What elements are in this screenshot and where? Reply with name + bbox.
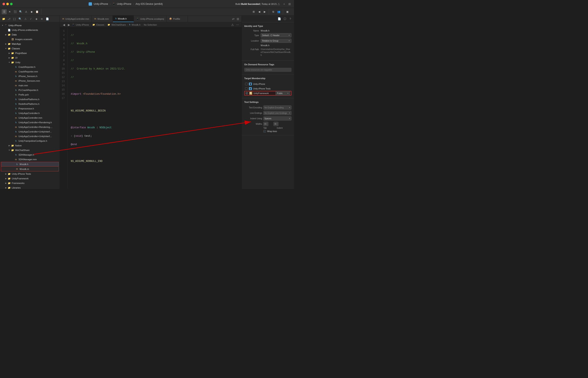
back-btn[interactable]: ◀ xyxy=(257,9,262,14)
nav-files-icon[interactable]: 📁 xyxy=(1,17,6,21)
tree-item-trampolineconfigure[interactable]: h UnityTrampolineConfigure.h xyxy=(0,139,60,143)
tree-item-uac-unityinterf-h[interactable]: h UnityAppController+UnityInterf... xyxy=(0,129,60,134)
on-demand-input[interactable] xyxy=(244,68,292,72)
tab-width-stepper[interactable]: ▲▼ xyxy=(266,123,267,125)
tree-item-mainapp[interactable]: ▶ 📁 MainApp xyxy=(0,41,60,46)
nav-symbol-icon[interactable]: { } xyxy=(12,17,17,21)
tree-item-iphone-sensors-mm[interactable]: m iPhone_Sensors.mm xyxy=(0,79,60,83)
wrap-lines-checkbox[interactable]: ✓ xyxy=(263,130,266,133)
tree-item-prefix-pch[interactable]: h Prefix.pch xyxy=(0,92,60,97)
tree-item-libraries[interactable]: ▶ 📁 Libraries xyxy=(0,185,60,189)
breadcrumb-more-icon[interactable]: ⋯ xyxy=(236,23,240,27)
tree-item-wechatshare[interactable]: ▼ 📁 WeChatShare xyxy=(0,148,60,152)
tree-item-unityframework[interactable]: ▶ 📁 UnityFramework xyxy=(0,176,60,181)
nav-search-icon[interactable]: 🔍 xyxy=(18,17,22,21)
unity-framework-checkbox[interactable]: ✓ xyxy=(245,92,248,94)
fullscreen-button[interactable] xyxy=(10,3,13,5)
tree-item-pluginbase[interactable]: ▶ 📁 PluginBase xyxy=(0,51,60,55)
tree-item-uac-rendering-mm[interactable]: m UnityAppController+Rendering.... xyxy=(0,125,60,129)
project-toggle[interactable]: ⬛ xyxy=(13,9,18,14)
tab-xcodeproj[interactable]: 📱 Unity-iPhone.xcodeproj xyxy=(134,15,167,22)
tree-item-sdkmanager-h[interactable]: h SDKManager.h xyxy=(0,152,60,157)
unity-iphone-tests-checkbox[interactable] xyxy=(245,87,248,90)
window-controls[interactable] xyxy=(2,3,13,5)
tab-podfile[interactable]: 📦 Podfile xyxy=(167,15,188,22)
tab-unityappcontroller-mm[interactable]: m UnityAppController.mm xyxy=(60,15,92,22)
tree-item-native[interactable]: ▶ 📁 Native xyxy=(0,143,60,148)
tab-switch-icon[interactable]: ⇄ xyxy=(231,17,235,21)
tree-item-plcrashreporter-h[interactable]: h PLCrashReporter.h xyxy=(0,88,60,92)
tree-item-unityiphonetest[interactable]: ▶ 📁 Unity-iPhone Tests xyxy=(0,172,60,176)
navigator-toggle[interactable]: ☰ xyxy=(2,9,7,14)
target-access-select[interactable]: Public ▼ xyxy=(276,91,290,95)
target-unity-iphone[interactable]: 📱 Unity-iPhone xyxy=(244,82,292,86)
report-btn[interactable]: 📋 xyxy=(34,9,40,14)
inspector-info-icon[interactable]: ⓘ xyxy=(283,17,287,21)
assistant-editor[interactable]: 👥 xyxy=(276,9,281,14)
nav-debug-icon[interactable]: ◆ xyxy=(34,17,39,21)
code-editor[interactable]: 1 2 3 4 5 6 7 8 9 10 11 12 13 14 15 16 1 xyxy=(60,27,241,189)
tree-item-unity-folder[interactable]: ▼ 📁 Unity xyxy=(0,60,60,65)
code-content[interactable]: // // Wxsdk.h // Unity-iPhone // // Crea… xyxy=(67,27,241,189)
nav-report-icon[interactable]: 📄 xyxy=(45,17,50,21)
text-encoding-select[interactable]: No Explicit Encoding ▼ xyxy=(263,105,292,110)
breadcrumb-selection: No Selection xyxy=(144,24,157,26)
tree-item-redefine[interactable]: h RedefinePlatforms.h xyxy=(0,102,60,106)
alert-icon[interactable]: ⚠ xyxy=(277,2,281,6)
tree-item-crashreporter-mm[interactable]: m CrashReporter.mm xyxy=(0,69,60,74)
tree-item-sdkmanager-mm[interactable]: m SDKManager.mm xyxy=(0,157,60,162)
tree-item-unity-iphone-project[interactable]: ▼ 📱 Unity-iPhone xyxy=(0,23,60,28)
breadcrumb-left-icon[interactable]: ◀ xyxy=(62,23,66,27)
indent-width-stepper[interactable]: ▲▼ xyxy=(276,123,277,125)
location-select[interactable]: Relative to Group ▼ xyxy=(261,39,292,43)
split-editor[interactable]: ⧉ xyxy=(271,9,276,14)
inspector-file-icon[interactable]: 📄 xyxy=(277,17,281,21)
tree-item-entitlements[interactable]: 📄 Unity-iPhone.entitlements xyxy=(0,28,60,32)
tree-item-unityappcontroller-h[interactable]: h UnityAppController.h xyxy=(0,111,60,116)
hide-navigator[interactable]: ✕ xyxy=(7,9,12,14)
tree-item-unityappcontroller-mm[interactable]: m UnityAppController.mm xyxy=(0,116,60,120)
tree-item-iphone-sensors-h[interactable]: h iPhone_Sensors.h xyxy=(0,74,60,79)
nav-breakpoint-icon[interactable]: ⊕ xyxy=(40,17,44,21)
tree-item-wxsdk-h[interactable]: h Wxsdk.h xyxy=(1,162,59,166)
warning-btn[interactable]: ⚠ xyxy=(24,9,28,14)
layout-icon[interactable]: ⊞ xyxy=(288,2,292,6)
close-button[interactable] xyxy=(2,3,5,5)
tree-item-preprocessor[interactable]: h Preprocessor.h xyxy=(0,106,60,111)
show-inspectors[interactable]: ▣ xyxy=(285,9,290,14)
target-unity-iphone-tests[interactable]: 📱 Unity-iPhone Tests xyxy=(244,86,292,91)
grid-view[interactable]: ⊞ xyxy=(251,9,256,14)
search-btn[interactable]: 🔍 xyxy=(18,9,23,14)
nav-warning-icon[interactable]: ⚠ xyxy=(23,17,28,21)
nav-source-ctrl-icon[interactable]: ⎇ xyxy=(7,17,11,21)
tree-item-uac-rendering-h[interactable]: h UnityAppController+Rendering.h xyxy=(0,120,60,125)
line-endings-select[interactable]: No Explicit Line Endings ▼ xyxy=(263,111,292,115)
tree-item-undefine[interactable]: h UndefinePlatforms.h xyxy=(0,97,60,102)
unity-iphone-checkbox[interactable] xyxy=(245,83,248,85)
tree-item-main-mm[interactable]: m main.mm xyxy=(0,83,60,88)
tree-item-crashreporter-h[interactable]: h CrashReporter.h xyxy=(0,65,60,69)
forward-btn[interactable]: ▶ xyxy=(262,9,267,14)
tab-layout-icon[interactable]: ⊞ xyxy=(236,17,240,21)
tree-item-data[interactable]: ▶ 📁 Data xyxy=(0,32,60,37)
breadcrumb-right-icon[interactable]: ▶ xyxy=(67,23,71,27)
tree-item-images[interactable]: 🖼 Images.xcassets xyxy=(0,37,60,41)
tree-item-uac-unityinterf-mm[interactable]: m UnityAppController+UnityInterf... xyxy=(0,134,60,139)
nav-test-icon[interactable]: ✓ xyxy=(28,17,33,21)
breakpoint-btn[interactable]: ◆ xyxy=(29,9,34,14)
add-tab-icon[interactable]: + xyxy=(282,2,286,6)
tree-item-frameworks[interactable]: ▶ 📁 Frameworks xyxy=(0,181,60,185)
minimize-button[interactable] xyxy=(6,3,9,5)
tree-item-wxsdk-m[interactable]: m Wxsdk.m xyxy=(1,167,59,171)
breadcrumb-warning-icon[interactable]: ⚠ xyxy=(231,23,234,27)
tab-wxsdk-mm[interactable]: m Wxsdk.mm xyxy=(92,15,113,22)
tab-width-input[interactable]: 4 ▲▼ xyxy=(263,122,268,126)
indent-width-input[interactable]: 4 ▲▼ xyxy=(273,122,279,126)
inspector-help-icon[interactable]: ? xyxy=(288,17,292,21)
target-unity-framework[interactable]: ✓ 🏗 UnityFramework Public ▼ xyxy=(244,91,292,95)
tree-item-ui[interactable]: ▶ 📁 UI xyxy=(0,55,60,60)
tree-item-classes[interactable]: ▼ 📁 Classes xyxy=(0,46,60,51)
tab-wxsdk-h[interactable]: h Wxsdk.h xyxy=(113,15,134,22)
indent-using-select[interactable]: Spaces ▼ xyxy=(263,116,292,121)
type-select[interactable]: Default - C Header ▼ xyxy=(261,33,292,37)
